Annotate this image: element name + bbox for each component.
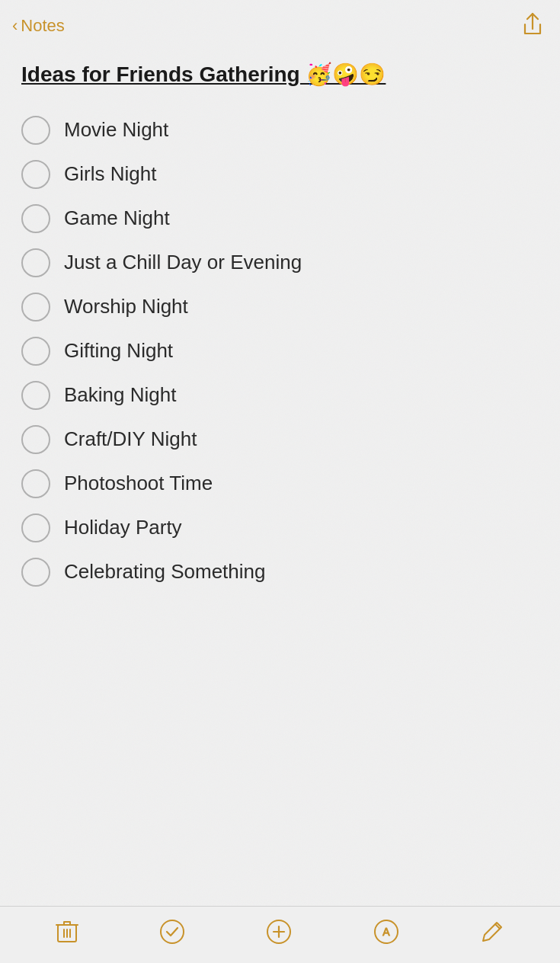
checkbox-circle[interactable]: [21, 558, 50, 587]
item-label: Craft/DIY Night: [64, 427, 197, 453]
share-button[interactable]: [522, 12, 543, 40]
checkbox-circle[interactable]: [21, 248, 50, 277]
item-label: Holiday Party: [64, 515, 182, 541]
checkbox-circle[interactable]: [21, 381, 50, 410]
back-label: Notes: [21, 16, 64, 36]
back-button[interactable]: ‹ Notes: [12, 16, 65, 36]
checkbox-circle[interactable]: [21, 293, 50, 322]
checkbox-circle[interactable]: [21, 204, 50, 233]
checklist-item: Just a Chill Day or Evening: [21, 241, 539, 285]
back-chevron-icon: ‹: [12, 18, 18, 34]
checklist-item: Girls Night: [21, 152, 539, 197]
checkbox-circle[interactable]: [21, 469, 50, 498]
item-label: Celebrating Something: [64, 559, 266, 585]
note-title: Ideas for Friends Gathering 🥳🤪😏: [21, 61, 539, 88]
checkbox-circle[interactable]: [21, 337, 50, 366]
note-content: Ideas for Friends Gathering 🥳🤪😏 Movie Ni…: [0, 47, 560, 906]
svg-text:A: A: [382, 926, 390, 938]
checklist-item: Worship Night: [21, 285, 539, 329]
svg-point-1: [161, 920, 184, 943]
checklist-item: Craft/DIY Night: [21, 418, 539, 462]
item-label: Just a Chill Day or Evening: [64, 250, 302, 276]
add-button[interactable]: [266, 919, 292, 945]
done-button[interactable]: [159, 919, 185, 945]
item-label: Movie Night: [64, 117, 168, 143]
item-label: Worship Night: [64, 294, 188, 320]
top-nav: ‹ Notes: [0, 0, 560, 47]
checklist-item: Photoshoot Time: [21, 462, 539, 506]
checkbox-circle[interactable]: [21, 513, 50, 542]
delete-button[interactable]: [56, 919, 78, 945]
checkbox-circle[interactable]: [21, 160, 50, 189]
checklist-item: Movie Night: [21, 108, 539, 152]
checkbox-circle[interactable]: [21, 425, 50, 454]
item-label: Baking Night: [64, 382, 176, 408]
checklist-item: Gifting Night: [21, 329, 539, 373]
bottom-toolbar: A: [0, 906, 560, 963]
item-label: Girls Night: [64, 162, 156, 187]
item-label: Game Night: [64, 206, 170, 232]
checklist-item: Holiday Party: [21, 506, 539, 550]
checklist-item: Game Night: [21, 197, 539, 241]
checkbox-circle[interactable]: [21, 116, 50, 145]
item-label: Photoshoot Time: [64, 471, 213, 497]
page: ‹ Notes Ideas for Friends Gathering 🥳🤪😏 …: [0, 0, 560, 963]
checklist: Movie NightGirls NightGame NightJust a C…: [21, 108, 539, 594]
item-label: Gifting Night: [64, 338, 173, 364]
checklist-item: Baking Night: [21, 373, 539, 418]
markup-button[interactable]: A: [373, 919, 399, 945]
compose-button[interactable]: [480, 920, 504, 944]
checklist-item: Celebrating Something: [21, 550, 539, 594]
